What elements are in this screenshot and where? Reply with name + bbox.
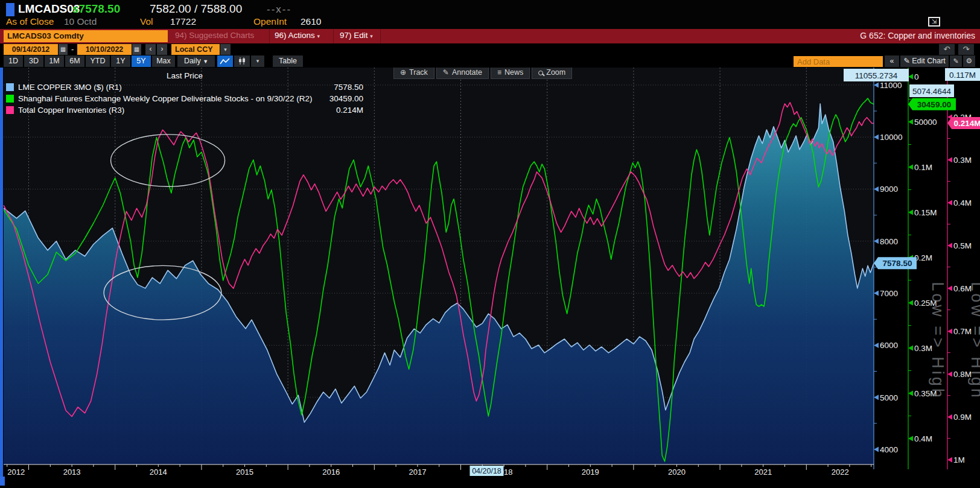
zoom-button[interactable]: Zoom	[532, 66, 572, 79]
calendar-icon[interactable]: ▦	[59, 44, 68, 55]
svg-text:2020: 2020	[668, 467, 686, 477]
chevron-down-icon: ▼	[203, 59, 208, 65]
legend-swatch	[6, 106, 14, 114]
expand-screen-icon[interactable]: ⇲	[928, 17, 940, 27]
legend-value: 0.214M	[336, 104, 363, 116]
svg-text:4000: 4000	[880, 445, 898, 454]
window-marker-icon	[6, 3, 14, 16]
svg-text:0: 0	[914, 72, 919, 81]
start-date-field[interactable]: 09/14/2012	[4, 44, 58, 55]
legend-title: Last Price	[6, 70, 363, 81]
vol-label: Vol	[140, 16, 153, 27]
chart-title: G 652: Copper and inventories	[860, 31, 975, 40]
tab-period-1d[interactable]: 1D	[4, 55, 23, 67]
svg-text:2015: 2015	[236, 467, 253, 477]
tab-period-max[interactable]: Max	[152, 55, 175, 67]
add-data-input[interactable]	[794, 56, 883, 67]
track-button[interactable]: ⊕Track	[393, 66, 434, 79]
legend-item[interactable]: Total Copper Inventories (R3) 0.214M	[6, 104, 363, 116]
legend-swatch	[6, 83, 14, 91]
annotate-button[interactable]: ✎Annotate	[436, 66, 489, 79]
chart-type-dropdown[interactable]: ▾	[251, 55, 264, 67]
svg-text:1M: 1M	[953, 455, 965, 464]
svg-text:9000: 9000	[880, 185, 898, 194]
tab-period-1m[interactable]: 1M	[45, 55, 64, 67]
edit-chart-button[interactable]: ✎ Edit Chart	[900, 55, 949, 67]
svg-text:2013: 2013	[63, 467, 81, 477]
crosshair-icon: ⊕	[400, 67, 406, 78]
svg-text:2012: 2012	[7, 467, 25, 477]
ticker-symbol: LMCADS03	[18, 2, 80, 16]
date-separator: -	[71, 45, 74, 54]
vol-value: 17722	[170, 16, 196, 27]
gear-icon[interactable]: ⚙	[963, 55, 975, 67]
calendar-icon[interactable]: ▦	[132, 44, 141, 55]
menu-edit[interactable]: 97) Edit ▾	[340, 31, 373, 40]
svg-text:0.2M: 0.2M	[914, 253, 932, 262]
bid-ask: 7582.00 / 7588.00	[150, 2, 242, 16]
svg-text:0.117M: 0.117M	[949, 71, 976, 80]
svg-text:2017: 2017	[409, 467, 426, 477]
chevron-down-icon: ▾	[370, 33, 373, 39]
top-ticker-bar: LMCADS03 s7578.50 7582.00 / 7588.00 --x-…	[0, 0, 980, 29]
svg-text:Low => High: Low => High	[968, 282, 980, 400]
open-int-label: OpenInt	[253, 16, 287, 27]
svg-text:2019: 2019	[582, 467, 599, 477]
menu-actions[interactable]: 96) Actions ▾	[275, 31, 320, 40]
legend-item[interactable]: Shanghai Futures Exchange Weekly Copper …	[6, 93, 363, 104]
line-chart-type-button[interactable]	[217, 55, 233, 67]
tab-period-ytd[interactable]: YTD	[86, 55, 110, 67]
cursor-date: 04/20/18	[469, 466, 503, 476]
collapse-panel-button[interactable]: «	[885, 55, 899, 67]
open-int-value: 2610	[301, 16, 321, 27]
svg-text:5000: 5000	[880, 393, 898, 402]
tab-period-5y[interactable]: 5Y	[132, 55, 151, 67]
candle-chart-type-button[interactable]	[234, 55, 250, 67]
next-period-button[interactable]: ›	[157, 44, 167, 55]
menu-suggested-charts[interactable]: 94) Suggested Charts	[175, 31, 254, 40]
date-range-bar: 09/14/2012 ▦ - 10/10/2022 ▦ ‹ › Local CC…	[0, 43, 980, 55]
svg-text:04/20/18: 04/20/18	[472, 467, 501, 475]
edit-in-box-icon[interactable]: ✎	[950, 55, 962, 67]
chart-tools: ⊕Track ✎Annotate ≡News Zoom	[393, 66, 572, 79]
news-button[interactable]: ≡News	[491, 66, 530, 79]
svg-text:2016: 2016	[322, 467, 340, 477]
undo-button[interactable]: ↶	[939, 44, 955, 55]
magnifier-icon	[538, 71, 543, 75]
menu-divider	[269, 29, 270, 43]
cross-size: --x--	[267, 4, 291, 16]
interval-select[interactable]: Daily ▼	[177, 55, 215, 67]
last-price: s7578.50	[72, 2, 120, 16]
security-field[interactable]: LMCADS03 Comdty	[4, 30, 168, 42]
svg-text:0.3M: 0.3M	[953, 156, 972, 165]
pencil-icon: ✎	[903, 57, 909, 65]
svg-text:2022: 2022	[832, 467, 849, 477]
currency-select[interactable]: Local CCY	[171, 44, 220, 55]
legend-item[interactable]: LME COPPER 3MO ($) (R1) 7578.50	[6, 81, 363, 93]
svg-text:2021: 2021	[754, 467, 772, 477]
svg-text:8000: 8000	[880, 237, 898, 246]
end-date-field[interactable]: 10/10/2022	[77, 44, 132, 55]
tab-period-6m[interactable]: 6M	[65, 55, 84, 67]
svg-text:0.5M: 0.5M	[953, 241, 972, 250]
svg-text:10000: 10000	[880, 133, 903, 142]
svg-text:6000: 6000	[880, 341, 898, 350]
chart-legend: Last Price LME COPPER 3MO ($) (R1) 7578.…	[6, 70, 363, 116]
table-button[interactable]: Table	[273, 55, 303, 67]
svg-text:0.15M: 0.15M	[914, 208, 937, 217]
tab-period-3d[interactable]: 3D	[24, 55, 43, 67]
news-icon: ≡	[497, 67, 501, 78]
svg-text:0.1M: 0.1M	[914, 163, 932, 172]
svg-text:0.9M: 0.9M	[953, 413, 972, 422]
svg-text:11000: 11000	[880, 81, 902, 90]
bloomberg-terminal-window: LMCADS03 s7578.50 7582.00 / 7588.00 --x-…	[0, 0, 980, 488]
candle-chart-icon	[237, 57, 247, 65]
chart-area[interactable]: 4000500060007000800090001000011000050000…	[0, 68, 980, 488]
chevron-down-icon[interactable]: ▾	[220, 44, 231, 55]
redo-button[interactable]: ↷	[958, 44, 974, 55]
svg-text:7578.50: 7578.50	[883, 259, 912, 268]
bottom-left-marker	[0, 477, 5, 486]
prev-period-button[interactable]: ‹	[145, 44, 156, 55]
tab-period-1y[interactable]: 1Y	[111, 55, 130, 67]
svg-text:30459.00: 30459.00	[917, 100, 951, 109]
